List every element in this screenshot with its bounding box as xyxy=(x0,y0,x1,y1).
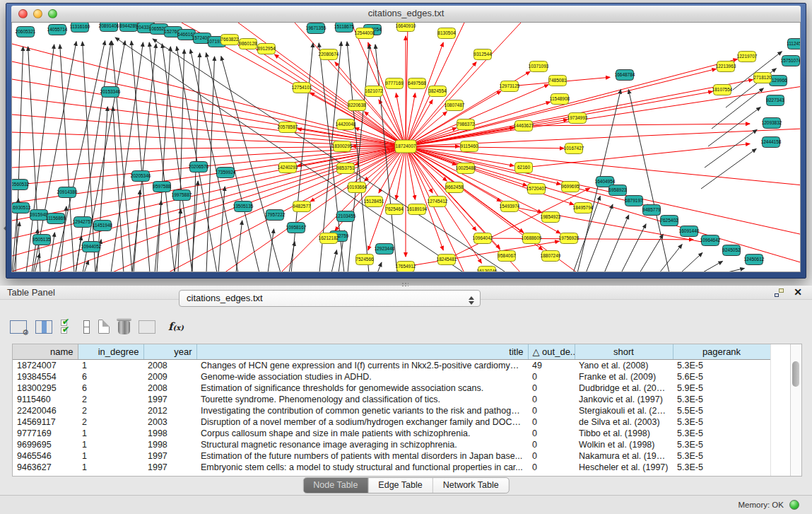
cited-node[interactable]: 22080674 xyxy=(319,49,339,60)
node[interactable]: 13505135 xyxy=(233,201,254,212)
table-mode-icon[interactable] xyxy=(10,320,27,334)
node[interactable]: 10964642 xyxy=(700,235,721,246)
node[interactable]: 20205346 xyxy=(131,171,151,182)
cited-node[interactable]: 10964042 xyxy=(473,233,493,244)
cited-node[interactable]: 11548908 xyxy=(550,94,570,105)
cited-node[interactable]: 9853751 xyxy=(336,163,355,174)
cited-node[interactable]: 15493974 xyxy=(500,201,520,212)
node[interactable]: 9485779 xyxy=(642,205,661,216)
table-row[interactable]: 969969511998Structural magnetic resonanc… xyxy=(13,439,770,450)
cited-node[interactable]: 16640910 xyxy=(396,23,416,32)
cited-node[interactable]: 16189194 xyxy=(407,204,428,215)
cited-node[interactable]: 18807249 xyxy=(541,251,561,262)
table-row[interactable]: 1456911722003Disruption of a novel membe… xyxy=(13,416,770,428)
cited-node[interactable]: 14240293 xyxy=(278,163,298,173)
node[interactable]: 19671355 xyxy=(306,23,326,34)
node[interactable]: 11124551 xyxy=(787,39,801,49)
cited-node[interactable]: 16120746 xyxy=(477,267,498,272)
node[interactable]: 20560532 xyxy=(12,180,30,190)
cited-node[interactable]: 1621072 xyxy=(365,86,383,97)
cited-node[interactable]: 16212182 xyxy=(319,233,339,244)
table-selector-dropdown[interactable]: citations_edges.txt xyxy=(179,290,481,307)
node[interactable]: 6958923 xyxy=(608,185,627,196)
cited-node[interactable]: 7524566 xyxy=(355,255,374,265)
close-icon[interactable]: ✕ xyxy=(794,286,802,298)
node[interactable]: 9245052 xyxy=(722,245,741,256)
network-graph[interactable]: 2060532114055714113161602089140689442892… xyxy=(12,23,801,271)
cited-node[interactable]: 12219707 xyxy=(737,52,758,62)
node[interactable]: 12450612 xyxy=(744,255,765,265)
node[interactable]: 12444158 xyxy=(761,137,782,148)
network-window[interactable]: citations_edges.txt 20605321140557141131… xyxy=(6,3,806,279)
cited-node[interactable]: 19756928 xyxy=(559,233,579,244)
cited-node[interactable]: 9662458 xyxy=(445,182,464,193)
node[interactable]: 15118675 xyxy=(334,23,355,33)
cited-node[interactable]: 12745412 xyxy=(428,197,448,207)
scrollbar-thumb[interactable] xyxy=(792,361,799,387)
hub-node[interactable]: 18724007 xyxy=(395,140,416,153)
node[interactable]: 9505135 xyxy=(33,235,51,245)
cited-node[interactable]: 9584067 xyxy=(498,251,516,262)
row-height-icon[interactable] xyxy=(83,320,90,334)
table-row[interactable]: 1872400712008Changes of HCN gene express… xyxy=(13,359,770,371)
node[interactable]: 15751074 xyxy=(781,56,801,66)
node[interactable]: 20891406 xyxy=(99,23,119,32)
cited-node[interactable]: 3824554 xyxy=(428,86,447,97)
cited-node[interactable]: 14420048 xyxy=(336,119,356,130)
cited-node[interactable]: 12544008 xyxy=(355,28,375,39)
cited-node[interactable]: 9115460 xyxy=(461,141,478,152)
table-row[interactable]: 1830029562008Estimation of significance … xyxy=(13,382,770,394)
node[interactable]: 9227343 xyxy=(766,95,784,106)
cited-node[interactable]: 8912954 xyxy=(257,44,276,54)
node[interactable]: 19975887 xyxy=(172,190,192,201)
cited-node[interactable]: 12973125 xyxy=(500,81,520,92)
cited-node[interactable]: 6497568 xyxy=(408,78,426,89)
cited-node[interactable]: 18245481 xyxy=(437,255,457,265)
cited-node[interactable]: 14463627 xyxy=(514,121,534,132)
cited-node[interactable]: 10167427 xyxy=(564,144,584,154)
delete-column-icon[interactable] xyxy=(118,321,130,334)
cited-node[interactable]: 18495794 xyxy=(573,203,594,214)
cited-node[interactable]: 9777169 xyxy=(385,78,404,89)
column-header-title[interactable]: title xyxy=(196,344,528,359)
float-window-icon[interactable] xyxy=(775,288,784,297)
cited-node[interactable]: 10193664 xyxy=(347,182,367,193)
table-row[interactable]: 977716911998Corpus callosum shape and si… xyxy=(13,428,770,439)
table-row[interactable]: 2242004622012Investigating the contribut… xyxy=(13,405,770,416)
tab-node-table[interactable]: Node Table xyxy=(303,478,368,493)
node[interactable]: 12093832 xyxy=(762,118,782,129)
cited-node[interactable]: 7625464 xyxy=(385,204,404,215)
network-window-titlebar[interactable]: citations_edges.txt xyxy=(11,6,801,23)
cited-node[interactable]: 9482577 xyxy=(293,201,311,212)
table-row[interactable]: 1938455462009Genome-wide association stu… xyxy=(13,371,770,382)
memory-status-icon[interactable] xyxy=(789,500,799,510)
cited-node[interactable]: 2718120 xyxy=(753,73,772,83)
node[interactable]: 9597588 xyxy=(153,182,171,192)
cited-node[interactable]: 9312544 xyxy=(473,49,492,60)
cited-node[interactable]: 17654912 xyxy=(396,262,416,272)
node[interactable]: 20605321 xyxy=(16,27,36,37)
create-column-icon[interactable] xyxy=(98,320,110,334)
node[interactable]: 8944289 xyxy=(119,23,138,32)
function-builder-icon[interactable]: f(x) xyxy=(168,320,184,333)
node[interactable]: 11316160 xyxy=(70,23,90,33)
node[interactable]: 11156869 xyxy=(46,214,66,224)
column-header-in-degree[interactable]: in_degree xyxy=(78,344,143,359)
panel-resize-grip[interactable] xyxy=(401,282,408,286)
node[interactable]: 10944052 xyxy=(81,242,102,252)
cited-node[interactable]: 12213963 xyxy=(716,62,736,72)
cited-node[interactable]: 9860128 xyxy=(239,39,257,49)
node[interactable]: 6879197 xyxy=(625,196,643,206)
cited-node[interactable]: 12754101 xyxy=(292,83,312,93)
column-header-short[interactable]: short xyxy=(575,344,673,359)
cited-node[interactable]: 10807487 xyxy=(445,100,465,111)
column-header-year[interactable]: year xyxy=(143,344,196,359)
cited-node[interactable]: 7485081 xyxy=(548,76,567,86)
column-header-out-de-[interactable]: △ out_de... xyxy=(528,344,575,359)
cited-node[interactable]: 19734993 xyxy=(567,113,588,124)
node[interactable]: 12942757 xyxy=(73,217,93,228)
node[interactable]: 10958167 xyxy=(286,223,307,233)
node[interactable]: 7625402 xyxy=(660,216,678,226)
cited-node[interactable]: 15720407 xyxy=(526,184,547,194)
column-header-pagerank[interactable]: pagerank xyxy=(673,344,770,359)
